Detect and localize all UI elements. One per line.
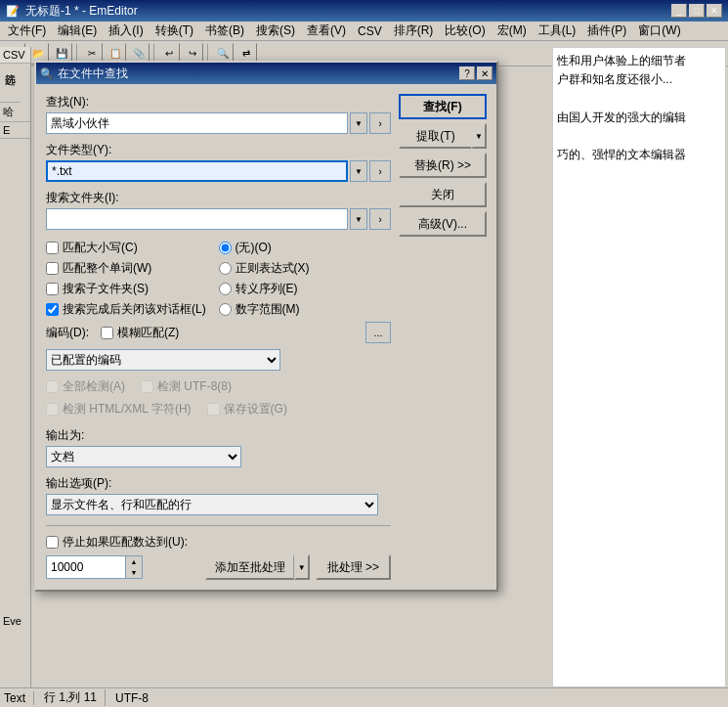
fuzzy-text: 模糊匹配(Z) xyxy=(117,325,179,341)
searchfolder-dropdown-btn[interactable]: ▼ xyxy=(350,208,367,230)
search-subdir-checkbox[interactable] xyxy=(46,283,59,295)
dialog-help-btn[interactable]: ? xyxy=(459,66,475,80)
match-case-label: 匹配大小写(C) xyxy=(46,240,219,256)
find-options-btn[interactable]: › xyxy=(369,112,391,134)
menu-edit[interactable]: 编辑(E) xyxy=(52,21,103,41)
dialog-title: 在文件中查找 xyxy=(58,66,459,82)
search-subdir-text: 搜索子文件夹(S) xyxy=(63,281,149,297)
match-case-checkbox[interactable] xyxy=(46,242,59,254)
spin-up-btn[interactable]: ▲ xyxy=(126,556,142,567)
extract-btn[interactable]: 提取(T) xyxy=(399,123,471,149)
encoding-ellipsis-btn[interactable]: ... xyxy=(365,322,391,343)
divider xyxy=(46,525,391,526)
close-after-checkbox[interactable] xyxy=(46,303,59,316)
stop-value-input[interactable] xyxy=(47,556,125,578)
menu-sort[interactable]: 排序(R) xyxy=(388,21,440,41)
utf8-label: 检测 UTF-8(8) xyxy=(141,378,232,395)
fulldetect-checkbox[interactable] xyxy=(46,380,59,393)
filetype-input-row: ▼ › xyxy=(46,160,391,182)
menu-insert[interactable]: 插入(I) xyxy=(103,21,149,41)
menu-window[interactable]: 窗口(W) xyxy=(632,21,686,41)
statusbar: Text 行 1,列 11 UTF-8 xyxy=(0,687,728,707)
radio-number[interactable] xyxy=(219,303,232,316)
close-dialog-btn[interactable]: 关闭 xyxy=(399,182,487,207)
radio-escape-text: 转义序列(E) xyxy=(236,281,298,297)
content-line4: 由国人开发的强大的编辑 xyxy=(557,109,721,127)
output-options-group: 输出选项(P): 显示文件名、行和匹配的行 xyxy=(46,475,391,515)
close-after-label: 搜索完成后关闭该对话框(L) xyxy=(46,301,219,318)
sidebar-tab-filter[interactable]: 篩选 xyxy=(0,64,21,103)
stop-checkbox[interactable] xyxy=(46,536,59,549)
menu-view[interactable]: 查看(V) xyxy=(301,21,352,41)
searchfolder-group: 搜索文件夹(I): ▼ › xyxy=(46,190,391,230)
sidebar-tab-ha[interactable]: 哈 xyxy=(0,103,30,122)
output-select[interactable]: 文档 xyxy=(46,446,241,467)
radio-regex[interactable] xyxy=(219,262,232,275)
menu-tools[interactable]: 工具(L) xyxy=(533,21,582,41)
checkboxes-row: 匹配大小写(C) 匹配整个单词(W) 搜索子文件夹(S) 搜索完成后关闭该对话框… xyxy=(46,240,391,318)
filetype-input[interactable] xyxy=(46,160,348,182)
menu-bookmark[interactable]: 书签(B) xyxy=(199,21,250,41)
output-options-select[interactable]: 显示文件名、行和匹配的行 xyxy=(46,494,378,515)
maximize-btn[interactable]: □ xyxy=(689,4,705,18)
window-controls: _ □ ✕ xyxy=(671,4,722,18)
encoding-select[interactable]: 已配置的编码 xyxy=(46,349,280,371)
filetype-options-btn[interactable]: › xyxy=(369,160,391,182)
searchfolder-browse-btn[interactable]: › xyxy=(369,208,391,230)
sidebar-tab-e[interactable]: E xyxy=(0,122,30,139)
menu-convert[interactable]: 转换(T) xyxy=(150,21,199,41)
dialog-close-btn[interactable]: ✕ xyxy=(477,66,492,80)
search-subdir-label: 搜索子文件夹(S) xyxy=(46,281,219,297)
radio-regex-text: 正则表达式(X) xyxy=(236,260,310,277)
output-label: 输出为: xyxy=(46,427,391,444)
window-title: 无标题-1 * - EmEditor xyxy=(25,3,671,20)
spin-down-btn[interactable]: ▼ xyxy=(126,567,142,578)
find-input[interactable] xyxy=(46,112,348,134)
menu-file[interactable]: 文件(F) xyxy=(2,21,52,41)
sidebar-tab-eve[interactable]: Eve xyxy=(0,613,30,629)
sidebar-tab-csv[interactable]: CSV xyxy=(0,47,30,64)
radio-none[interactable] xyxy=(219,242,232,254)
dialog-body: 查找(N): ▼ › 文件类型(Y): ▼ › 搜索文件夹(I): xyxy=(36,84,496,590)
stop-spinner: ▲ ▼ xyxy=(46,555,143,579)
menu-plugins[interactable]: 插件(P) xyxy=(581,21,632,41)
dialog-title-icon: 🔍 xyxy=(40,67,54,80)
filetype-label: 文件类型(Y): xyxy=(46,142,391,158)
html-checkbox[interactable] xyxy=(46,403,59,416)
close-btn[interactable]: ✕ xyxy=(707,4,722,18)
minimize-btn[interactable]: _ xyxy=(671,4,687,18)
status-encoding: UTF-8 xyxy=(115,691,149,705)
spinner-buttons: ▲ ▼ xyxy=(125,556,142,578)
radio-regex-label: 正则表达式(X) xyxy=(219,260,392,277)
batch-arrow-btn[interactable]: ▼ xyxy=(294,554,310,580)
find-label: 查找(N): xyxy=(46,94,391,110)
window-titlebar: 📝 无标题-1 * - EmEditor _ □ ✕ xyxy=(0,0,728,22)
html-text: 检测 HTML/XML 字符(H) xyxy=(63,401,192,418)
searchfolder-input[interactable] xyxy=(46,208,348,230)
utf8-checkbox[interactable] xyxy=(141,380,153,393)
fuzzy-checkbox[interactable] xyxy=(101,327,113,339)
menu-compare[interactable]: 比较(O) xyxy=(439,21,491,41)
extract-arrow-btn[interactable]: ▼ xyxy=(471,123,487,149)
left-checkboxes: 匹配大小写(C) 匹配整个单词(W) 搜索子文件夹(S) 搜索完成后关闭该对话框… xyxy=(46,240,219,318)
match-word-text: 匹配整个单词(W) xyxy=(63,260,151,277)
advanced-btn[interactable]: 高级(V)... xyxy=(399,211,487,237)
find-btn[interactable]: 查找(F) xyxy=(399,94,487,119)
add-to-batch-btn[interactable]: 添加至批处理 xyxy=(205,554,294,580)
find-input-row: ▼ › xyxy=(46,112,391,134)
menu-csv[interactable]: CSV xyxy=(352,22,388,40)
replace-btn[interactable]: 替换(R) >> xyxy=(399,153,487,178)
dialog-titlebar: 🔍 在文件中查找 ? ✕ xyxy=(36,63,496,84)
match-word-checkbox[interactable] xyxy=(46,262,59,275)
savesettings-text: 保存设置(G) xyxy=(224,401,287,418)
content-line6: 巧的、强悍的文本编辑器 xyxy=(557,146,721,164)
batch-run-btn[interactable]: 批处理 >> xyxy=(316,554,391,580)
menu-search[interactable]: 搜索(S) xyxy=(250,21,301,41)
savesettings-checkbox[interactable] xyxy=(207,403,220,416)
filetype-dropdown-btn[interactable]: ▼ xyxy=(350,160,367,182)
batch-btn-group: 添加至批处理 ▼ xyxy=(205,554,310,580)
window-title-icon: 📝 xyxy=(6,5,20,18)
menu-macro[interactable]: 宏(M) xyxy=(492,21,533,41)
radio-escape[interactable] xyxy=(219,283,232,295)
find-dropdown-btn[interactable]: ▼ xyxy=(350,112,367,134)
